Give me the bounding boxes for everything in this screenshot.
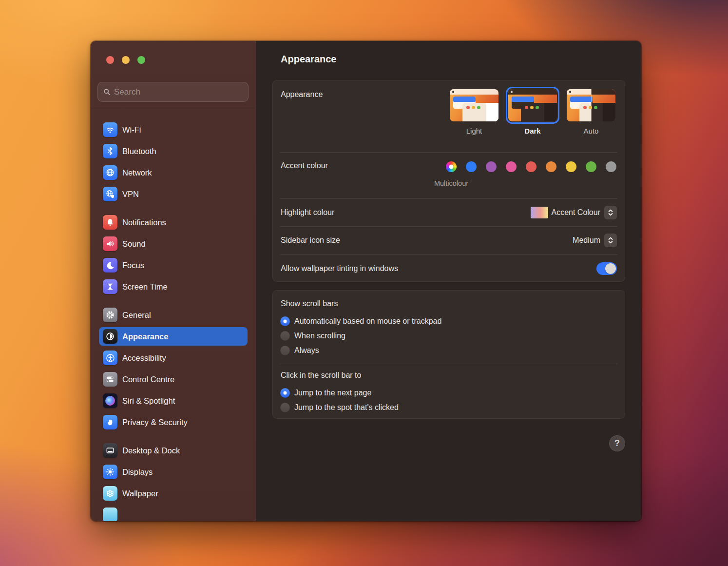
- sidebar-item-label: Network: [122, 168, 152, 177]
- sidebar-item-label: Bluetooth: [122, 147, 156, 156]
- sidebar-icon-size-select[interactable]: [604, 234, 617, 247]
- sidebar-item-appearance[interactable]: Appearance: [99, 327, 248, 346]
- divider: [280, 364, 617, 364]
- toggle-knob: [605, 263, 616, 274]
- sidebar-item-label: General: [122, 311, 151, 320]
- sun-display-icon: [103, 465, 117, 479]
- accent-swatch-green[interactable]: [586, 161, 596, 172]
- sidebar-item-label: Displays: [122, 468, 153, 477]
- radio-jump-to-spot[interactable]: Jump to the spot that's clicked: [280, 400, 617, 415]
- radio-scrollbars-auto[interactable]: Automatically based on mouse or trackpad: [280, 314, 617, 329]
- dark-mode-thumbnail: [508, 89, 557, 121]
- click-scroll-bar-title: Click in the scroll bar to: [281, 371, 617, 380]
- page-title: Appearance: [281, 54, 337, 65]
- desktop-wallpaper: { "window": { "traffic_lights": { "close…: [0, 0, 728, 566]
- appearance-mode-options: Light Dark: [447, 87, 618, 135]
- flower-icon: [103, 486, 117, 501]
- sidebar-item-accessibility[interactable]: Accessibility: [99, 349, 248, 367]
- moon-icon: [103, 258, 117, 273]
- radio-indicator: [280, 331, 290, 341]
- sidebar-item-label: Notifications: [122, 218, 166, 227]
- sidebar-item-label: Sound: [122, 239, 146, 249]
- chevron-up-down-icon: [608, 209, 613, 216]
- accent-swatch-red[interactable]: [526, 161, 536, 172]
- light-mode-label: Light: [466, 127, 482, 135]
- settings-window: Wi-Fi Bluetooth: [91, 41, 641, 521]
- sidebar-item-focus[interactable]: Focus: [99, 256, 248, 274]
- help-button[interactable]: ?: [609, 435, 625, 451]
- accent-swatch-purple[interactable]: [486, 161, 497, 172]
- sidebar-item-control-centre[interactable]: Control Centre: [99, 370, 248, 389]
- accessibility-person-icon: [103, 351, 117, 365]
- partial-icon: [103, 507, 117, 521]
- sidebar-item-wallpaper[interactable]: Wallpaper: [99, 484, 248, 503]
- wifi-icon: [103, 122, 117, 137]
- sidebar-item-label: Privacy & Security: [122, 418, 188, 427]
- auto-mode-thumbnail: [567, 89, 615, 121]
- highlight-colour-row: Highlight colour Accent Colour: [273, 198, 625, 226]
- radio-indicator: [280, 403, 290, 412]
- sidebar-item-notifications[interactable]: Notifications: [99, 213, 248, 232]
- search-icon: [103, 88, 111, 96]
- chevron-up-down-icon: [608, 236, 613, 244]
- sidebar-item-label: Desktop & Dock: [122, 446, 180, 455]
- wallpaper-tinting-label: Allow wallpaper tinting in windows: [281, 264, 398, 273]
- bluetooth-icon: [103, 144, 117, 158]
- radio-scrollbars-when-scrolling[interactable]: When scrolling: [280, 329, 617, 343]
- sidebar-item-label: Control Centre: [122, 375, 174, 384]
- traffic-lights: [106, 56, 145, 64]
- bell-icon: [103, 215, 117, 230]
- sidebar-item-general[interactable]: General: [99, 306, 248, 324]
- close-button[interactable]: [106, 56, 114, 64]
- appearance-option-dark[interactable]: Dark: [506, 87, 559, 135]
- accent-swatch-orange[interactable]: [546, 161, 556, 172]
- appearance-option-light[interactable]: Light: [447, 87, 501, 135]
- sidebar-item-label: Screen Time: [122, 282, 168, 292]
- sidebar-item-label: Focus: [122, 261, 144, 270]
- light-mode-thumbnail: [450, 89, 498, 121]
- highlight-colour-label: Highlight colour: [281, 208, 334, 217]
- sidebar-item-label: VPN: [122, 190, 139, 199]
- accent-swatch-yellow[interactable]: [566, 161, 576, 172]
- appearance-mode-label: Appearance: [281, 90, 323, 99]
- show-scroll-bars-title: Show scroll bars: [281, 299, 617, 308]
- accent-swatch-graphite[interactable]: [606, 161, 616, 172]
- vpn-globe-shield-icon: [103, 187, 117, 201]
- radio-jump-next-page[interactable]: Jump to the next page: [280, 386, 617, 400]
- minimize-button[interactable]: [122, 56, 130, 64]
- sidebar-item-label: Wi-Fi: [122, 125, 141, 135]
- sidebar-item-privacy-security[interactable]: Privacy & Security: [99, 413, 248, 431]
- dark-mode-label: Dark: [524, 127, 540, 135]
- zoom-button[interactable]: [137, 56, 145, 64]
- accent-swatch-pink[interactable]: [506, 161, 517, 172]
- sidebar-item-vpn[interactable]: VPN: [99, 185, 248, 203]
- scroll-bars-group: Show scroll bars Automatically based on …: [272, 290, 625, 419]
- hand-icon: [103, 415, 117, 429]
- radio-scrollbars-always[interactable]: Always: [280, 343, 617, 358]
- appearance-option-auto[interactable]: Auto: [564, 87, 618, 135]
- sidebar-item-bluetooth[interactable]: Bluetooth: [99, 142, 248, 160]
- sidebar-item-sound[interactable]: Sound: [99, 234, 248, 253]
- appearance-panel: Appearance Appearance Light: [256, 41, 641, 521]
- network-globe-icon: [103, 165, 117, 180]
- accent-swatch-multicolour[interactable]: [446, 161, 457, 172]
- sidebar-item-screen-time[interactable]: Screen Time: [99, 277, 248, 296]
- highlight-colour-select[interactable]: [604, 206, 617, 219]
- radio-indicator: [280, 388, 290, 398]
- search-field[interactable]: [97, 82, 249, 102]
- sidebar-item-network[interactable]: Network: [99, 163, 248, 182]
- sidebar-item-siri-spotlight[interactable]: Siri & Spotlight: [99, 391, 248, 410]
- sidebar-icon-size-label: Sidebar icon size: [281, 236, 340, 245]
- accent-selected-caption: Multicolour: [434, 179, 468, 187]
- sidebar-item-label: Appearance: [122, 332, 168, 341]
- search-input[interactable]: [114, 87, 243, 97]
- sidebar-item-label: Accessibility: [122, 353, 166, 363]
- sidebar-item-wifi[interactable]: Wi-Fi: [99, 120, 248, 139]
- accent-swatch-blue[interactable]: [466, 161, 477, 172]
- wallpaper-tinting-toggle[interactable]: [596, 262, 617, 275]
- sidebar-item-desktop-dock[interactable]: Desktop & Dock: [99, 441, 248, 460]
- sidebar-item-displays[interactable]: Displays: [99, 463, 248, 481]
- sidebar-icon-size-row: Sidebar icon size Medium: [273, 226, 625, 254]
- radio-indicator: [280, 316, 290, 326]
- sidebar-item-partial: [99, 506, 248, 521]
